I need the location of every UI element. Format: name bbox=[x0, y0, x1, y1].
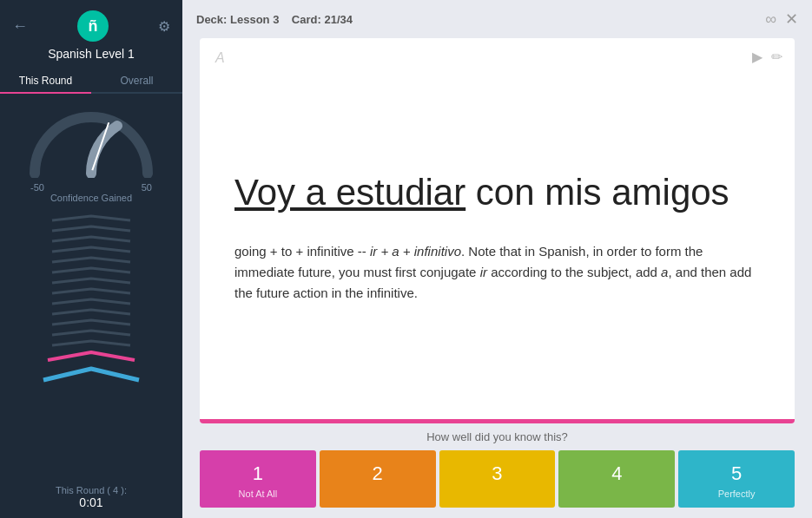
stack-item bbox=[48, 338, 135, 349]
rating-number-4: 4 bbox=[611, 462, 622, 485]
rating-button-5[interactable]: 5 Perfectly bbox=[678, 450, 795, 508]
rating-button-4[interactable]: 4 bbox=[558, 450, 675, 508]
back-button[interactable]: ← bbox=[12, 17, 28, 36]
settings-button[interactable]: ⚙ bbox=[158, 18, 170, 35]
gauge-svg bbox=[22, 104, 161, 178]
stack-item bbox=[48, 224, 135, 234]
sidebar-footer: This Round ( 4 ): 0:01 bbox=[56, 478, 127, 518]
flash-card: A ▶ ✏ Voy a estudiar con mis amigos goin… bbox=[200, 38, 795, 423]
card-label: Card: bbox=[292, 13, 321, 26]
gauge-max: 50 bbox=[142, 182, 152, 193]
stack-item bbox=[48, 255, 135, 266]
app-title: Spanish Level 1 bbox=[48, 47, 135, 61]
stack-item bbox=[48, 328, 135, 338]
rating-question: How well did you know this? bbox=[200, 430, 795, 443]
round-label: This Round ( 4 ): bbox=[56, 485, 127, 495]
stack-item bbox=[48, 286, 135, 297]
logo: ñ bbox=[77, 10, 109, 42]
card-content: Voy a estudiar con mis amigos going + to… bbox=[200, 38, 795, 419]
top-bar: Deck: Lesson 3 Card: 21/34 ∞ ✕ bbox=[182, 0, 812, 38]
rating-number-1: 1 bbox=[253, 462, 263, 485]
gauge-area bbox=[22, 104, 161, 182]
close-button[interactable]: ✕ bbox=[785, 10, 798, 29]
tab-overall[interactable]: Overall bbox=[91, 69, 182, 92]
stack-item bbox=[48, 245, 135, 255]
stack-item-pink bbox=[43, 349, 139, 364]
edit-button[interactable]: ✏ bbox=[771, 49, 782, 65]
card-actions: ▶ ✏ bbox=[752, 49, 782, 65]
card-side-label: A bbox=[215, 50, 225, 66]
stack-item bbox=[48, 213, 135, 224]
rating-sub-1: Not At All bbox=[239, 488, 278, 499]
rating-area: How well did you know this? 1 Not At All… bbox=[182, 423, 812, 518]
deck-info: Deck: Lesson 3 Card: 21/34 bbox=[196, 13, 353, 26]
stack-item bbox=[48, 307, 135, 318]
tabs: This Round Overall bbox=[0, 69, 182, 94]
explanation-italic-2: ir bbox=[480, 265, 487, 279]
rating-button-1[interactable]: 1 Not At All bbox=[200, 450, 316, 508]
play-button[interactable]: ▶ bbox=[752, 49, 762, 65]
explanation-italic-1: ir + a + infinitivo bbox=[370, 244, 461, 259]
top-bar-right: ∞ ✕ bbox=[765, 10, 798, 29]
deck-label: Deck: bbox=[196, 13, 227, 26]
stack-area bbox=[0, 210, 182, 478]
explanation-text-3: according to the subject, add bbox=[487, 265, 661, 279]
sidebar: ← ñ ⚙ Spanish Level 1 This Round Overall… bbox=[0, 0, 182, 518]
card-sentence-rest: con mis amigos bbox=[465, 172, 729, 213]
stack-item bbox=[48, 297, 135, 307]
stack-item bbox=[48, 276, 135, 286]
rating-number-2: 2 bbox=[373, 462, 383, 485]
deck-name: Lesson 3 bbox=[230, 13, 279, 26]
stack-item-blue bbox=[39, 364, 143, 385]
card-value: 21/34 bbox=[324, 13, 353, 26]
card-progress-bar bbox=[200, 419, 795, 423]
infinity-icon: ∞ bbox=[765, 10, 776, 29]
rating-button-2[interactable]: 2 bbox=[320, 450, 436, 508]
main-content: Deck: Lesson 3 Card: 21/34 ∞ ✕ A ▶ ✏ Voy… bbox=[182, 0, 812, 518]
card-sentence: Voy a estudiar con mis amigos bbox=[234, 171, 760, 214]
round-time: 0:01 bbox=[56, 495, 127, 509]
explanation-text-1: going + to + infinitive -- bbox=[234, 244, 370, 259]
gauge-min: -50 bbox=[30, 182, 44, 193]
tab-this-round[interactable]: This Round bbox=[0, 69, 91, 94]
sidebar-header: ← ñ ⚙ bbox=[0, 0, 182, 47]
rating-sub-5: Perfectly bbox=[718, 488, 756, 499]
stack-item bbox=[48, 234, 135, 245]
stack-item bbox=[48, 266, 135, 276]
rating-number-5: 5 bbox=[731, 462, 742, 485]
rating-button-3[interactable]: 3 bbox=[439, 450, 556, 508]
confidence-label: Confidence Gained bbox=[50, 193, 132, 203]
rating-buttons: 1 Not At All 2 3 4 5 Perfectly bbox=[200, 450, 795, 508]
stack-item bbox=[48, 318, 135, 328]
svg-point-1 bbox=[88, 170, 95, 177]
card-explanation: going + to + infinitive -- ir + a + infi… bbox=[234, 241, 756, 304]
rating-number-3: 3 bbox=[492, 462, 502, 485]
card-sentence-underlined: Voy a estudiar bbox=[234, 172, 465, 213]
